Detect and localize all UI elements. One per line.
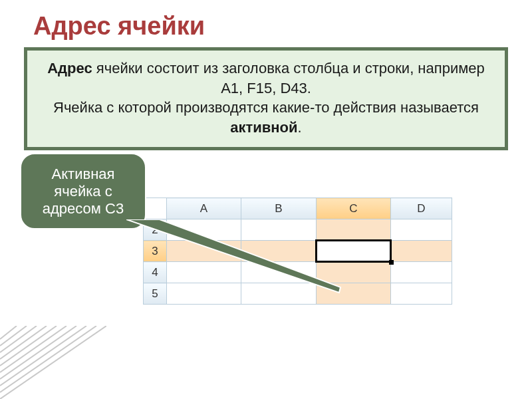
svg-line-4 [0,326,76,379]
definition-bold-word: Адрес [47,60,92,76]
callout-wrapper: Активная ячейка с адресом С3 [20,153,146,229]
definition-box: Адрес ячейки состоит из заголовка столбц… [24,47,508,150]
corner-cell[interactable] [144,198,167,219]
col-header-C[interactable]: C [316,198,390,219]
svg-line-5 [0,326,66,372]
definition-line1: ячейки состоит из заголовка столбца и ст… [92,60,485,96]
svg-line-1 [0,326,106,399]
callout-line3: адресом С3 [43,200,124,217]
col-header-B[interactable]: B [241,198,316,219]
cell-D2[interactable] [391,219,452,241]
cell-D5[interactable] [391,283,452,305]
col-header-D[interactable]: D [391,198,452,219]
diagonal-decoration [0,326,106,399]
svg-line-7 [0,326,47,359]
svg-line-8 [0,326,37,352]
cell-D3[interactable] [391,241,452,262]
slide-title: Адрес ячейки [0,0,532,47]
svg-line-10 [0,326,17,339]
fill-handle[interactable] [389,260,394,265]
callout-bubble: Активная ячейка с адресом С3 [20,153,146,229]
col-header-A[interactable]: A [166,198,241,219]
definition-line2-post: . [298,119,302,136]
definition-line2-pre: Ячейка с которой производятся какие-то д… [53,99,479,116]
definition-line2-bold: активной [230,119,297,136]
cell-D4[interactable] [391,262,452,283]
column-header-row: A B C D [144,198,452,219]
callout-line1: Активная [52,166,115,182]
svg-line-2 [0,326,96,392]
callout-line2: ячейка с [54,183,112,200]
svg-marker-0 [126,219,340,293]
